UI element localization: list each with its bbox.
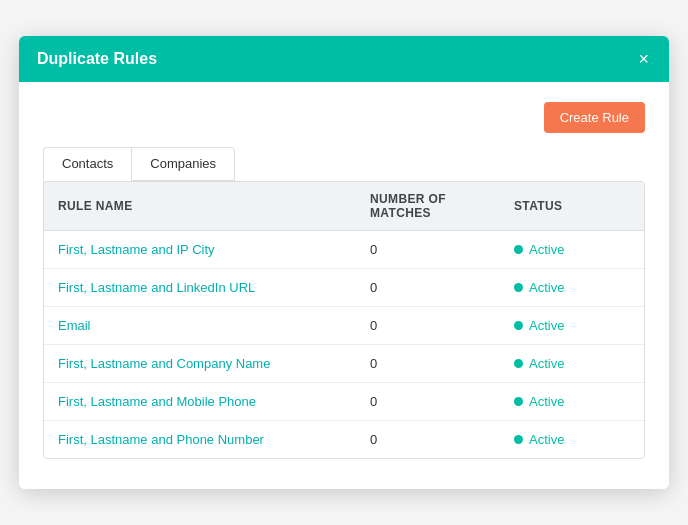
status-label: Active xyxy=(529,280,564,295)
rule-name-link[interactable]: First, Lastname and Phone Number xyxy=(58,432,264,447)
table-row: First, Lastname and Phone Number0Active xyxy=(44,421,644,459)
duplicate-rules-modal: Duplicate Rules × Create Rule Contacts C… xyxy=(19,36,669,489)
modal-title: Duplicate Rules xyxy=(37,50,157,68)
matches-cell: 0 xyxy=(356,231,500,269)
rule-name-link[interactable]: First, Lastname and LinkedIn URL xyxy=(58,280,255,295)
rule-name-link[interactable]: First, Lastname and IP City xyxy=(58,242,215,257)
modal-overlay: Duplicate Rules × Create Rule Contacts C… xyxy=(0,0,688,525)
status-cell: Active xyxy=(500,231,644,269)
status-dot-icon xyxy=(514,321,523,330)
tab-companies[interactable]: Companies xyxy=(131,147,235,181)
table-header-row: RULE NAME NUMBER OF MATCHES STATUS xyxy=(44,182,644,231)
matches-cell: 0 xyxy=(356,383,500,421)
modal-header: Duplicate Rules × xyxy=(19,36,669,82)
create-rule-button[interactable]: Create Rule xyxy=(544,102,645,133)
top-bar: Create Rule xyxy=(43,102,645,133)
rules-table-container: RULE NAME NUMBER OF MATCHES STATUS First… xyxy=(43,181,645,459)
rule-name-link[interactable]: First, Lastname and Company Name xyxy=(58,356,270,371)
status-label: Active xyxy=(529,394,564,409)
table-row: First, Lastname and Company Name0Active xyxy=(44,345,644,383)
status-label: Active xyxy=(529,242,564,257)
status-dot-icon xyxy=(514,245,523,254)
col-header-status: STATUS xyxy=(500,182,644,231)
status-cell: Active xyxy=(500,307,644,345)
matches-cell: 0 xyxy=(356,345,500,383)
status-label: Active xyxy=(529,356,564,371)
status-dot-icon xyxy=(514,283,523,292)
status-dot-icon xyxy=(514,397,523,406)
table-row: Email0Active xyxy=(44,307,644,345)
matches-cell: 0 xyxy=(356,421,500,459)
tab-contacts[interactable]: Contacts xyxy=(43,147,131,181)
matches-cell: 0 xyxy=(356,269,500,307)
status-label: Active xyxy=(529,318,564,333)
status-cell: Active xyxy=(500,383,644,421)
table-row: First, Lastname and Mobile Phone0Active xyxy=(44,383,644,421)
rule-name-link[interactable]: First, Lastname and Mobile Phone xyxy=(58,394,256,409)
status-cell: Active xyxy=(500,421,644,459)
status-label: Active xyxy=(529,432,564,447)
table-row: First, Lastname and LinkedIn URL0Active xyxy=(44,269,644,307)
col-header-rule-name: RULE NAME xyxy=(44,182,356,231)
modal-close-button[interactable]: × xyxy=(636,50,651,68)
tabs-container: Contacts Companies xyxy=(43,147,645,181)
status-dot-icon xyxy=(514,435,523,444)
status-dot-icon xyxy=(514,359,523,368)
table-row: First, Lastname and IP City0Active xyxy=(44,231,644,269)
rule-name-link[interactable]: Email xyxy=(58,318,91,333)
rules-table: RULE NAME NUMBER OF MATCHES STATUS First… xyxy=(44,182,644,458)
col-header-num-matches: NUMBER OF MATCHES xyxy=(356,182,500,231)
status-cell: Active xyxy=(500,269,644,307)
modal-body: Create Rule Contacts Companies RULE NAME xyxy=(19,82,669,489)
status-cell: Active xyxy=(500,345,644,383)
matches-cell: 0 xyxy=(356,307,500,345)
